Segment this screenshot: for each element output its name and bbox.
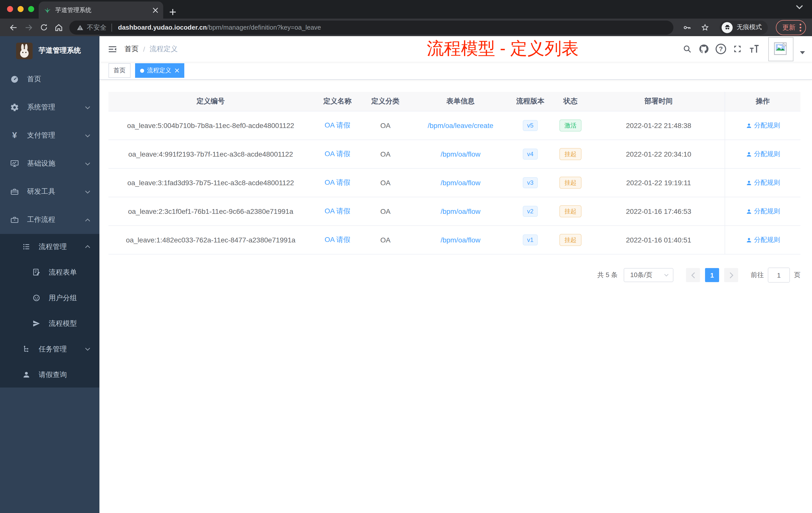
assign-rule-link[interactable]: 分配规则	[746, 178, 780, 187]
user-avatar[interactable]	[768, 37, 793, 61]
screen: 芋道管理系统 不安全 da	[0, 0, 812, 513]
sidebar-item-home[interactable]: 首页	[0, 65, 99, 93]
prev-page-button[interactable]	[686, 268, 700, 282]
gear-icon	[10, 103, 19, 112]
home-icon[interactable]	[51, 20, 66, 34]
sidebar-logo[interactable]: 芋道管理系统	[0, 36, 99, 65]
form-info-link[interactable]: /bpm/oa/flow	[441, 207, 481, 215]
browser-menu-icon[interactable]	[800, 23, 802, 31]
window-minimize-button[interactable]	[18, 6, 24, 12]
breadcrumb-home[interactable]: 首页	[124, 44, 139, 54]
sidebar-item-process-management[interactable]: 流程管理	[0, 234, 99, 260]
user-icon	[746, 179, 752, 186]
definition-name-link[interactable]: OA 请假	[325, 121, 350, 130]
form-info-link[interactable]: /bpm/oa/leave/create	[428, 121, 493, 129]
sidebar: 芋道管理系统 首页 系统管理 ¥ 支付管理	[0, 36, 99, 513]
key-icon[interactable]	[679, 20, 695, 34]
tab-search-chevron-icon[interactable]	[796, 5, 803, 9]
sidebar-item-infra[interactable]: 基础设施	[0, 150, 99, 178]
font-size-icon[interactable]	[749, 44, 760, 54]
main: 首页 / 流程定义 流程模型 - 定义列表 ?	[99, 36, 812, 513]
forward-icon[interactable]	[21, 20, 36, 34]
incognito-icon	[722, 22, 733, 33]
incognito-label: 无痕模式	[737, 23, 762, 32]
user-icon	[746, 208, 752, 215]
definition-category: OA	[362, 140, 409, 168]
sidebar-item-system[interactable]: 系统管理	[0, 93, 99, 121]
url-bar[interactable]: 不安全 dashboard.yudao.iocoder.cn/bpm/manag…	[69, 20, 673, 34]
sidebar-item-label: 流程表单	[49, 268, 77, 277]
url-divider	[112, 23, 112, 31]
definition-name-link[interactable]: OA 请假	[325, 150, 350, 159]
sidebar-item-workflow[interactable]: 工作流程	[0, 206, 99, 234]
browser-toolbar: 不安全 dashboard.yudao.iocoder.cn/bpm/manag…	[0, 19, 812, 36]
jumper-input[interactable]	[768, 268, 790, 282]
update-button[interactable]: 更新	[776, 20, 806, 35]
fullscreen-icon[interactable]	[733, 44, 742, 54]
window-close-button[interactable]	[7, 6, 13, 12]
briefcase-icon	[10, 215, 19, 224]
tab-close-icon[interactable]	[153, 7, 158, 13]
window-zoom-button[interactable]	[28, 6, 34, 12]
dashboard-icon	[10, 75, 19, 84]
sidebar-item-payment[interactable]: ¥ 支付管理	[0, 121, 99, 150]
security-label[interactable]: 不安全	[87, 23, 107, 32]
jumper-suffix: 页	[794, 271, 801, 280]
reload-icon[interactable]	[36, 20, 51, 34]
tag-process-definition[interactable]: 流程定义	[135, 63, 184, 78]
assign-rule-link[interactable]: 分配规则	[746, 121, 780, 130]
sidebar-item-leave-query[interactable]: 请假查询	[0, 362, 99, 388]
chevron-down-icon	[85, 134, 90, 137]
column-header: 表单信息	[409, 92, 512, 111]
incognito-badge[interactable]: 无痕模式	[720, 20, 768, 34]
sidebar-item-label: 基础设施	[27, 159, 55, 168]
sidebar-item-devtools[interactable]: 研发工具	[0, 178, 99, 206]
chevron-up-icon	[85, 245, 90, 248]
search-icon[interactable]	[683, 44, 692, 54]
current-page-button[interactable]: 1	[705, 268, 719, 282]
sidebar-item-user-group[interactable]: 用户分组	[0, 285, 99, 311]
broken-image-icon	[773, 41, 788, 57]
hamburger-icon[interactable]	[99, 44, 124, 54]
url-text[interactable]: dashboard.yudao.iocoder.cn/bpm/manager/d…	[118, 24, 321, 31]
assign-rule-link[interactable]: 分配规则	[746, 150, 780, 159]
breadcrumb: 首页 / 流程定义	[124, 44, 178, 54]
table-row: oa_leave:2:3c1f0ef1-76b1-11ec-9c66-a2380…	[109, 197, 801, 226]
definition-name-link[interactable]: OA 请假	[325, 207, 350, 216]
column-header: 操作	[725, 92, 801, 111]
definition-name-link[interactable]: OA 请假	[325, 178, 350, 187]
browser-tab[interactable]: 芋道管理系统	[39, 1, 163, 19]
tag-close-icon[interactable]	[175, 68, 179, 73]
new-tab-button[interactable]	[169, 8, 176, 16]
definition-id: oa_leave:4:991f2193-7b7f-11ec-a3c8-acde4…	[109, 140, 313, 168]
sidebar-item-task-management[interactable]: 任务管理	[0, 336, 99, 362]
chevron-down-icon	[85, 162, 90, 165]
version-tag: v3	[522, 177, 538, 188]
column-header: 流程版本	[512, 92, 548, 111]
avatar-caret-icon[interactable]	[800, 51, 805, 54]
back-icon[interactable]	[6, 20, 21, 34]
form-info-link[interactable]: /bpm/oa/flow	[441, 236, 481, 244]
help-icon[interactable]: ?	[716, 44, 726, 54]
logo-title: 芋道管理系统	[39, 46, 81, 55]
sidebar-item-process-model[interactable]: 流程模型	[0, 311, 99, 336]
assign-rule-link[interactable]: 分配规则	[746, 207, 780, 216]
form-info-link[interactable]: /bpm/oa/flow	[441, 179, 481, 187]
bookmark-star-icon[interactable]	[697, 20, 713, 34]
page-size-select[interactable]: 10条/页	[624, 268, 673, 282]
help-glyph: ?	[719, 45, 723, 53]
user-icon	[746, 122, 752, 129]
sidebar-item-label: 流程管理	[39, 242, 67, 251]
tab-title: 芋道管理系统	[55, 6, 153, 14]
tag-home[interactable]: 首页	[109, 63, 130, 78]
toolbox-icon	[10, 187, 19, 196]
security-warning-icon[interactable]	[76, 24, 84, 31]
assign-rule-link[interactable]: 分配规则	[746, 235, 780, 244]
definition-name-link[interactable]: OA 请假	[325, 235, 350, 244]
sidebar-item-label: 任务管理	[39, 344, 67, 354]
github-icon[interactable]	[698, 44, 709, 54]
column-header: 定义分类	[362, 92, 409, 111]
next-page-button[interactable]	[724, 268, 738, 282]
sidebar-item-process-form[interactable]: 流程表单	[0, 260, 99, 285]
form-info-link[interactable]: /bpm/oa/flow	[441, 150, 481, 158]
